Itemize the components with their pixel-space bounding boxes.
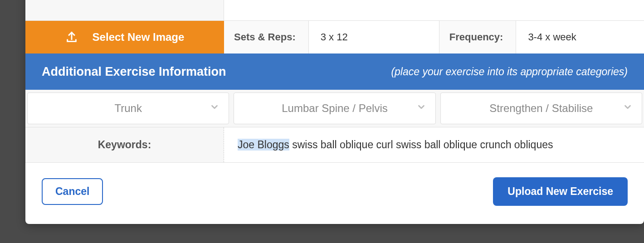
keywords-input[interactable]: Joe Bloggs swiss ball oblique curl swiss… — [224, 127, 644, 162]
category3-value: Strengthen / Stabilise — [489, 102, 593, 115]
chevron-down-icon — [416, 102, 426, 115]
keywords-label: Keywords: — [25, 127, 224, 162]
section-header: Additional Exercise Information (place y… — [25, 53, 644, 90]
section-help: (place your exercise into its appropriat… — [391, 66, 628, 78]
dropdowns-row: Trunk Lumbar Spine / Pelvis Strengthen /… — [25, 90, 644, 127]
sets-reps-label: Sets & Reps: — [224, 21, 309, 53]
sets-reps-block: Sets & Reps: — [224, 21, 439, 53]
frequency-block: Frequency: — [439, 21, 644, 53]
second-row: Select New Image Sets & Reps: Frequency: — [25, 21, 644, 53]
upload-icon — [65, 31, 78, 44]
exercise-modal: Select New Image Sets & Reps: Frequency:… — [25, 0, 644, 224]
category3-dropdown[interactable]: Strengthen / Stabilise — [440, 92, 642, 124]
category1-value: Trunk — [114, 102, 141, 115]
category1-dropdown[interactable]: Trunk — [27, 92, 229, 124]
keywords-row: Keywords: Joe Bloggs swiss ball oblique … — [25, 127, 644, 163]
category2-dropdown[interactable]: Lumbar Spine / Pelvis — [234, 92, 435, 124]
frequency-input[interactable] — [516, 21, 644, 53]
select-new-image-button[interactable]: Select New Image — [25, 21, 224, 53]
image-spacer — [224, 0, 644, 20]
keywords-highlight: Joe Bloggs — [238, 139, 289, 151]
chevron-down-icon — [210, 102, 220, 115]
upload-new-exercise-button[interactable]: Upload New Exercise — [493, 177, 628, 206]
sets-reps-input[interactable] — [309, 21, 439, 53]
section-title: Additional Exercise Information — [42, 65, 226, 79]
modal-footer: Cancel Upload New Exercise — [25, 163, 644, 224]
cancel-button[interactable]: Cancel — [42, 178, 103, 205]
keywords-rest: swiss ball oblique curl swiss ball obliq… — [289, 139, 553, 151]
params-row: Sets & Reps: Frequency: — [224, 21, 644, 53]
category2-value: Lumbar Spine / Pelvis — [282, 102, 387, 115]
top-row — [25, 0, 644, 21]
frequency-label: Frequency: — [439, 21, 517, 53]
select-new-image-label: Select New Image — [93, 31, 185, 44]
chevron-down-icon — [623, 102, 633, 115]
image-preview — [25, 0, 224, 20]
